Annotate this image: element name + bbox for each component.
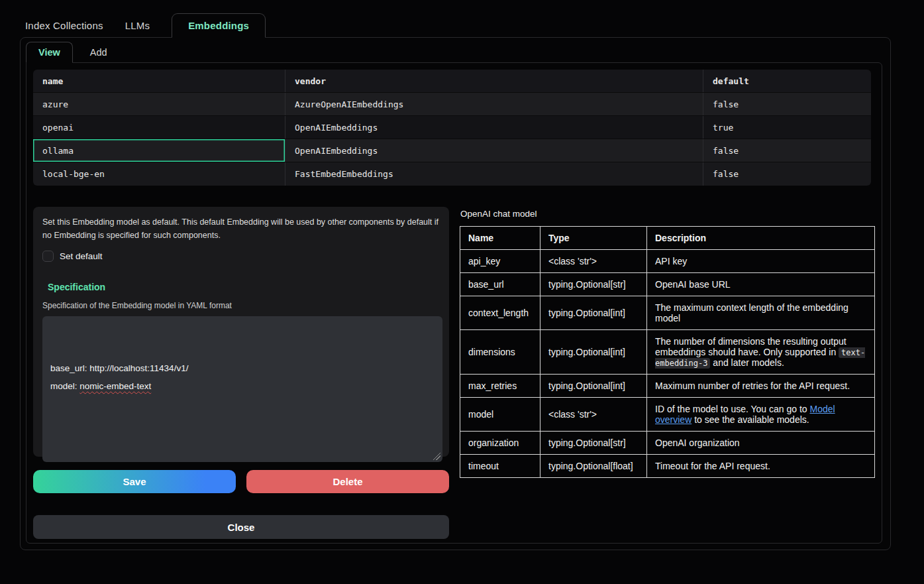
set-default-row: Set default — [42, 251, 440, 262]
cell-vendor[interactable]: OpenAIEmbeddings — [285, 139, 703, 162]
sub-tab-bar: View Add — [26, 42, 890, 63]
view-panel: name vendor default azureAzureOpenAIEmbe… — [26, 62, 882, 544]
specification-subtitle: Specification of the Embedding model in … — [42, 301, 440, 310]
tab-add[interactable]: Add — [90, 42, 107, 63]
cell-vendor[interactable]: FastEmbedEmbeddings — [285, 162, 703, 186]
cell-name[interactable]: openai — [33, 116, 285, 139]
default-description: Set this Embedding model as default. Thi… — [42, 215, 440, 242]
tab-index-collections[interactable]: Index Collections — [25, 13, 103, 38]
set-default-label: Set default — [60, 251, 103, 261]
schema-cell-type: typing.Optional[int] — [540, 296, 647, 330]
schema-row: dimensionstyping.Optional[int]The number… — [460, 330, 875, 375]
left-column: Set this Embedding model as default. Thi… — [33, 207, 449, 539]
cell-name[interactable]: azure — [33, 93, 285, 115]
schema-row: organizationtyping.Optional[str]OpenAI o… — [460, 432, 875, 455]
schema-cell-type: <class 'str'> — [540, 250, 647, 273]
schema-column-name: Name — [460, 227, 540, 250]
schema-cell-description: The maximum context length of the embedd… — [647, 296, 875, 330]
column-header-name: name — [33, 70, 285, 92]
embeddings-table-header: name vendor default — [33, 70, 871, 93]
schema-cell-type: typing.Optional[int] — [540, 375, 647, 398]
schema-table: Name Type Description api_key<class 'str… — [460, 226, 875, 478]
schema-cell-type: typing.Optional[int] — [540, 330, 647, 375]
save-button[interactable]: Save — [33, 470, 236, 493]
delete-button[interactable]: Delete — [246, 470, 449, 493]
schema-cell-name: timeout — [460, 455, 540, 478]
inline-code: text-embedding-3 — [655, 347, 865, 369]
schema-row: timeouttyping.Optional[float]Timeout for… — [460, 455, 875, 478]
cell-default[interactable]: true — [703, 116, 871, 139]
schema-cell-description: Timeout for the API request. — [647, 455, 875, 478]
close-button[interactable]: Close — [33, 515, 449, 539]
schema-cell-name: dimensions — [460, 330, 540, 375]
schema-column-type: Type — [540, 227, 647, 250]
schema-title: OpenAI chat model — [460, 209, 875, 219]
schema-cell-name: context_length — [460, 296, 540, 330]
column-header-default: default — [703, 70, 871, 92]
tab-llms[interactable]: LLMs — [125, 13, 150, 38]
main-tab-bar: Index Collections LLMs Embeddings — [25, 13, 924, 38]
schema-row: base_urltyping.Optional[str]OpenAI base … — [460, 273, 875, 296]
right-column: OpenAI chat model Name Type Description … — [460, 207, 875, 539]
cell-default[interactable]: false — [703, 93, 871, 115]
schema-cell-type: <class 'str'> — [540, 398, 647, 432]
schema-cell-type: typing.Optional[float] — [540, 455, 647, 478]
default-settings-panel: Set this Embedding model as default. Thi… — [33, 207, 449, 457]
specification-heading: Specification — [48, 282, 440, 292]
schema-cell-description: The number of dimensions the resulting o… — [647, 330, 875, 375]
tab-view[interactable]: View — [26, 42, 73, 63]
schema-cell-name: organization — [460, 432, 540, 455]
schema-cell-description: Maximum number of retries for the API re… — [647, 375, 875, 398]
resize-handle-icon[interactable] — [433, 453, 440, 460]
schema-cell-name: base_url — [460, 273, 540, 296]
schema-cell-name: api_key — [460, 250, 540, 273]
cell-vendor[interactable]: AzureOpenAIEmbeddings — [285, 93, 703, 115]
tab-embeddings[interactable]: Embeddings — [172, 13, 266, 38]
spec-yaml-input[interactable]: base_url: http://localhost:11434/v1/mode… — [42, 316, 442, 462]
schema-cell-type: typing.Optional[str] — [540, 273, 647, 296]
yaml-line: model: nomic-embed-text — [50, 377, 435, 395]
cell-default[interactable]: false — [703, 139, 871, 162]
model-overview-link[interactable]: Model overview — [655, 404, 835, 425]
table-row[interactable]: openaiOpenAIEmbeddingstrue — [33, 116, 871, 139]
schema-row: context_lengthtyping.Optional[int]The ma… — [460, 296, 875, 330]
schema-row: max_retriestyping.Optional[int]Maximum n… — [460, 375, 875, 398]
schema-cell-description: API key — [647, 250, 875, 273]
cell-name[interactable]: ollama — [33, 139, 285, 162]
table-row[interactable]: azureAzureOpenAIEmbeddingsfalse — [33, 93, 871, 116]
schema-row: api_key<class 'str'>API key — [460, 250, 875, 273]
column-header-vendor: vendor — [285, 70, 703, 92]
schema-cell-description: OpenAI base URL — [647, 273, 875, 296]
schema-header-row: Name Type Description — [460, 227, 875, 250]
schema-row: model<class 'str'>ID of the model to use… — [460, 398, 875, 432]
schema-column-description: Description — [647, 227, 875, 250]
schema-cell-description: ID of the model to use. You can go to Mo… — [647, 398, 875, 432]
misspelled-word: nomic-embed-text — [79, 381, 151, 391]
schema-cell-name: model — [460, 398, 540, 432]
embeddings-table: name vendor default azureAzureOpenAIEmbe… — [33, 70, 871, 186]
cell-vendor[interactable]: OpenAIEmbeddings — [285, 116, 703, 139]
table-row[interactable]: local-bge-enFastEmbedEmbeddingsfalse — [33, 162, 871, 186]
schema-cell-type: typing.Optional[str] — [540, 432, 647, 455]
table-row[interactable]: ollamaOpenAIEmbeddingsfalse — [33, 139, 871, 162]
cell-name[interactable]: local-bge-en — [33, 162, 285, 186]
cell-default[interactable]: false — [703, 162, 871, 186]
yaml-line: base_url: http://localhost:11434/v1/ — [50, 359, 435, 377]
embeddings-panel: View Add name vendor default azureAzureO… — [20, 37, 891, 550]
schema-cell-description: OpenAI organization — [647, 432, 875, 455]
schema-cell-name: max_retries — [460, 375, 540, 398]
set-default-checkbox[interactable] — [42, 251, 54, 262]
